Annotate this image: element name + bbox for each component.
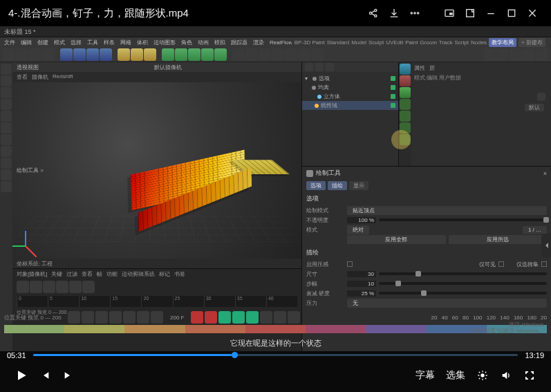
layout-tab: Nodes xyxy=(471,39,487,46)
dope-icon xyxy=(69,281,82,293)
tree-label: 线性域 xyxy=(321,102,337,109)
lower-tab: 对象[摄像机] xyxy=(17,270,47,278)
more-icon[interactable] xyxy=(404,3,425,24)
arrow-icon xyxy=(305,63,313,71)
tick: 20 xyxy=(141,296,172,307)
lower-tabs: 对象[摄像机] 关键 过滤 查看 帧 功能 运动剪辑系统 标记 书签 xyxy=(12,269,301,279)
tick: 0 xyxy=(17,296,48,307)
attr-tool-title: 绘制工具 × xyxy=(302,167,551,180)
lower-tab: 帧 xyxy=(97,270,102,278)
tree-label: 立方体 xyxy=(324,93,340,100)
seek-bar[interactable] xyxy=(33,354,519,356)
subtitle-button[interactable]: 字幕 xyxy=(410,369,440,382)
c4d-right-column: ▾ 选项 均离 立方体 xyxy=(301,62,551,351)
dope-icon xyxy=(56,281,68,293)
attr-row: 步幅 10 xyxy=(306,279,547,288)
dope-icon xyxy=(43,281,55,293)
pip-icon[interactable] xyxy=(439,3,460,24)
tool-icon xyxy=(214,48,227,61)
mode-icon xyxy=(1,111,12,122)
close-icon[interactable] xyxy=(522,3,543,24)
slider xyxy=(379,218,547,221)
lower-tab: 查看 xyxy=(82,270,93,278)
mode-icon xyxy=(1,122,12,133)
menu-item: 选择 xyxy=(71,39,82,46)
sidebar-expand-handle[interactable] xyxy=(541,234,551,257)
slider xyxy=(379,282,547,285)
layout-tab: Script xyxy=(455,39,469,46)
share-icon[interactable] xyxy=(363,3,384,24)
next-episode-button[interactable] xyxy=(57,364,80,387)
tool-icon xyxy=(60,48,73,61)
tool-icon xyxy=(298,48,310,61)
scene-object xyxy=(79,126,278,232)
player-progress-row: 05:31 13:19 xyxy=(0,351,551,359)
viewport-footer: 坐标系统: 工程 xyxy=(12,259,301,268)
paint-tool-icon xyxy=(306,170,313,177)
menu-item: 体积 xyxy=(137,39,148,46)
attr-row: 尺寸 30 xyxy=(306,269,547,279)
layout-tab: Standard xyxy=(327,39,349,46)
tool-icon xyxy=(131,48,143,61)
fullscreen-button[interactable] xyxy=(518,364,541,387)
volume-button[interactable] xyxy=(494,364,518,387)
menu-item: 运动图形 xyxy=(153,39,176,46)
settings-button[interactable] xyxy=(471,364,494,387)
mini-mode-icon[interactable] xyxy=(460,3,480,24)
download-icon[interactable] xyxy=(384,3,404,24)
tick: 35 xyxy=(235,296,266,307)
seek-thumb[interactable] xyxy=(232,352,238,358)
tool-icon xyxy=(73,48,86,61)
play-button[interactable] xyxy=(10,364,33,387)
c4d-palette-tabs xyxy=(399,62,411,166)
mode-icon xyxy=(1,134,12,145)
episodes-button[interactable]: 选集 xyxy=(440,369,471,382)
attr-value: 100 % xyxy=(347,217,376,223)
camera-icon xyxy=(400,87,411,98)
prev-episode-button[interactable] xyxy=(33,364,57,387)
c4d-viewport-column: 透视视图 默认摄像机 查看 摄像机 Redshift 绘制工具 > xyxy=(12,62,301,351)
tool-icon xyxy=(144,48,156,61)
tick: 5 xyxy=(48,296,79,307)
attr-row: 启用压感 仅可见 仅选择集 xyxy=(306,259,547,269)
mode-a: 绝对 xyxy=(347,225,369,234)
attr-label: 不透明度 xyxy=(306,216,344,224)
lower-tab: 关键 xyxy=(51,270,62,278)
lower-tab: 功能 xyxy=(106,270,118,278)
attr-label: 启用压感 xyxy=(306,261,344,268)
lower-tab: 标记 xyxy=(159,270,170,278)
menu-item: 网格 xyxy=(120,39,131,46)
tool-icon xyxy=(259,48,271,61)
menu-item: 创建 xyxy=(37,39,48,46)
layout-tab: Sculpt xyxy=(368,39,384,46)
video-content[interactable]: 未标题 15 * 文件 编辑 创建 模式 选择 工具 样条 网格 体积 运动图形… xyxy=(0,26,551,351)
viewport-camera: 默认摄像机 xyxy=(154,64,182,71)
attr-title-text: 绘制工具 xyxy=(316,169,341,178)
layout-tab: Groom xyxy=(420,39,436,46)
menu-item: 动画 xyxy=(198,39,209,46)
c4d-document-tab: 未标题 15 * xyxy=(0,26,551,37)
vp-tab: 摄像机 xyxy=(32,73,48,81)
attr-label: 仅可见 xyxy=(479,261,496,268)
attr-row: 衰减 硬度 25 % xyxy=(306,288,547,298)
tool-icon xyxy=(175,48,187,61)
svg-point-3 xyxy=(411,12,412,14)
maximize-icon[interactable] xyxy=(501,3,522,24)
tree-label: 选项 xyxy=(319,75,330,82)
tool-icon xyxy=(29,48,41,61)
layout-tab: BP-3D Paint xyxy=(295,39,325,46)
attr-value: 10 xyxy=(347,281,376,287)
attr-tab: 显示 xyxy=(349,181,368,190)
svg-point-4 xyxy=(414,12,415,14)
default-button: 默认 xyxy=(525,104,544,111)
outliner-tree: ▾ 选项 均离 立方体 xyxy=(302,72,398,112)
tool-icon xyxy=(245,48,258,61)
tool-icon xyxy=(86,48,99,61)
menu-item: RealFlow xyxy=(270,39,292,46)
mode-b: 1 / … xyxy=(523,226,547,234)
apply-all: 应用全部 xyxy=(347,235,446,244)
tool-icon xyxy=(201,48,214,61)
tool-icon xyxy=(272,48,284,61)
c4d-viewport: 绘制工具 > xyxy=(12,82,301,259)
minimize-icon[interactable] xyxy=(480,3,501,24)
